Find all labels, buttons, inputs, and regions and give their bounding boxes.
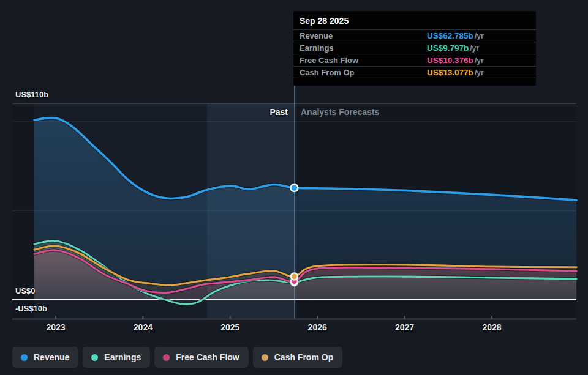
legend-item-label: Revenue — [34, 352, 69, 362]
legend-item-earnings[interactable]: Earnings — [83, 347, 150, 368]
tooltip-row: Cash From OpUS$13.077b /yr — [293, 66, 536, 78]
x-axis-year-label: 2023 — [46, 322, 65, 332]
tooltip-row-value: US$10.376b — [427, 54, 473, 67]
y-axis-label: US$110b — [15, 90, 48, 99]
marker-revenue[interactable] — [290, 184, 298, 191]
chart-legend: RevenueEarningsFree Cash FlowCash From O… — [12, 347, 342, 368]
legend-item-label: Cash From Op — [274, 352, 333, 362]
tooltip-row: RevenueUS$62.785b /yr — [293, 29, 536, 42]
legend-item-free-cash-flow[interactable]: Free Cash Flow — [154, 347, 248, 368]
past-section-label: Past — [0, 107, 288, 117]
legend-color-dot — [21, 354, 28, 361]
y-axis-label: US$0 — [15, 286, 36, 295]
legend-color-dot — [91, 354, 98, 361]
tooltip-row-suffix: /yr — [475, 67, 484, 79]
marker-cash-from-op[interactable] — [291, 273, 298, 280]
tooltip-row-label: Earnings — [300, 42, 334, 54]
y-axis-label: -US$10b — [15, 304, 47, 313]
legend-item-label: Free Cash Flow — [176, 352, 239, 362]
legend-item-label: Earnings — [104, 352, 141, 362]
x-axis-year-label: 2027 — [395, 322, 414, 332]
x-axis-year-label: 2026 — [308, 322, 327, 332]
tooltip-row-value: US$13.077b — [427, 67, 473, 79]
legend-item-revenue[interactable]: Revenue — [12, 347, 78, 368]
tooltip-row-label: Revenue — [300, 30, 333, 42]
tooltip-row: EarningsUS$9.797b /yr — [293, 42, 536, 54]
tooltip-row-value: US$9.797b — [427, 42, 469, 54]
chart-tooltip: Sep 28 2025 RevenueUS$62.785b /yrEarning… — [293, 11, 536, 86]
tooltip-row: Free Cash FlowUS$10.376b /yr — [293, 54, 536, 66]
legend-color-dot — [163, 354, 170, 361]
tooltip-row-suffix: /yr — [475, 54, 484, 67]
x-axis-year-label: 2024 — [134, 322, 153, 332]
tooltip-date: Sep 28 2025 — [293, 11, 536, 29]
tooltip-row-label: Free Cash Flow — [300, 54, 358, 67]
x-axis-year-label: 2028 — [482, 322, 501, 332]
analysts-forecasts-section-label: Analysts Forecasts — [301, 107, 379, 117]
tooltip-row-suffix: /yr — [475, 30, 484, 42]
tooltip-row-suffix: /yr — [470, 42, 479, 54]
earnings-revenue-growth-chart: US$110bUS$0-US$10b 202320242025202620272… — [0, 0, 588, 375]
legend-item-cash-from-op[interactable]: Cash From Op — [253, 347, 342, 368]
tooltip-row-label: Cash From Op — [300, 67, 355, 79]
tooltip-row-value: US$62.785b — [427, 30, 473, 42]
legend-color-dot — [262, 354, 268, 361]
x-axis-year-label: 2025 — [221, 322, 239, 332]
